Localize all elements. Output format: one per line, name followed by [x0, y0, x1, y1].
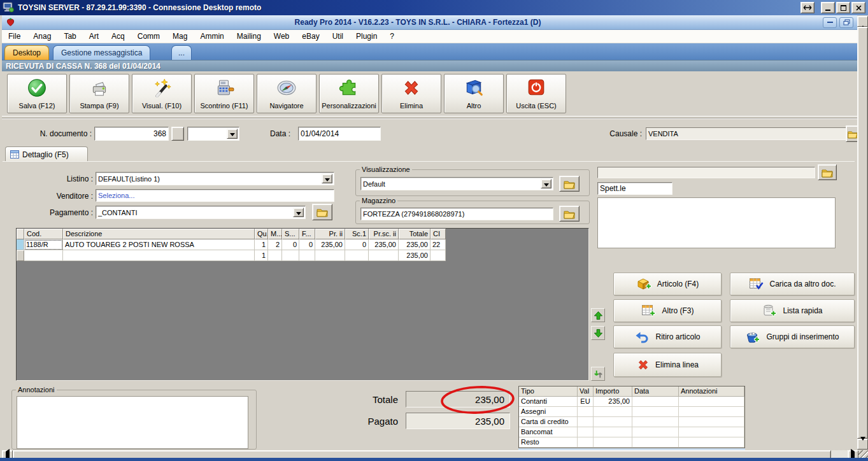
- menu-item-art[interactable]: Art: [83, 30, 105, 43]
- elimina-linea-button[interactable]: Elimina linea: [613, 353, 722, 377]
- col-m[interactable]: M...: [268, 229, 282, 239]
- articolo-button[interactable]: Articolo (F4): [613, 273, 722, 295]
- ritiro-articolo-button[interactable]: Ritiro articolo: [613, 325, 722, 348]
- col-ci[interactable]: CI: [430, 229, 446, 239]
- visualizzazione-folder-button[interactable]: [559, 176, 580, 192]
- tab-desktop[interactable]: Desktop: [4, 45, 49, 60]
- rdp-minimize-button[interactable]: [821, 2, 835, 13]
- listino-combobox[interactable]: DEFAULT(Listino 1): [96, 172, 334, 185]
- cliente-folder-button[interactable]: [818, 164, 837, 180]
- move-row-up-button[interactable]: [591, 308, 605, 322]
- cliente-ref-field[interactable]: [597, 167, 815, 178]
- cell-s[interactable]: 0: [282, 239, 299, 250]
- app-minimize-button[interactable]: [823, 17, 837, 28]
- menu-item-acq[interactable]: Acq: [105, 30, 131, 43]
- table-row[interactable]: 1188/R AUTO TOUAREG 2 POSTI NEW ROSSA 1 …: [17, 239, 588, 250]
- indirizzo-textarea[interactable]: [597, 197, 836, 248]
- cell-pr-sc-ii[interactable]: 235,00: [369, 239, 399, 250]
- data-input[interactable]: 01/04/2014: [298, 127, 381, 141]
- cell-totale[interactable]: 235,00: [399, 239, 430, 250]
- payment-row-carta-di-credito[interactable]: Carta di credito: [519, 417, 744, 427]
- menu-item-file[interactable]: File: [2, 30, 27, 43]
- col-totale[interactable]: Totale: [399, 229, 430, 239]
- menu-item-ebay[interactable]: eBay: [295, 30, 325, 43]
- cell-descrizione[interactable]: AUTO TOUAREG 2 POSTI NEW ROSSA: [63, 239, 255, 250]
- payment-row-bancomat[interactable]: Bancomat: [519, 427, 744, 437]
- navigatore-button[interactable]: Navigatore: [257, 74, 317, 113]
- cell-m[interactable]: 2: [268, 239, 282, 250]
- pagamento-combobox[interactable]: _CONTANTI: [96, 206, 306, 219]
- rdp-maximize-button[interactable]: [836, 2, 850, 13]
- chevron-down-icon[interactable]: [227, 129, 238, 139]
- chevron-down-icon[interactable]: [322, 174, 332, 183]
- n-documento-aux-button[interactable]: [171, 127, 184, 141]
- menu-item-tab[interactable]: Tab: [57, 30, 82, 43]
- rdp-pin-icon[interactable]: [800, 2, 815, 13]
- tab-dettaglio[interactable]: Dettaglio (F5): [5, 146, 88, 162]
- salva-button[interactable]: Salva (F12): [7, 74, 67, 113]
- refresh-rows-button[interactable]: [591, 367, 605, 381]
- cell-f[interactable]: 0: [299, 239, 315, 250]
- vscroll-down-button[interactable]: [857, 439, 868, 450]
- vscroll-up-button[interactable]: [857, 16, 868, 27]
- tab-gestione-messaggistica[interactable]: Gestione messaggistica: [53, 45, 150, 60]
- annotazioni-textarea[interactable]: [17, 396, 248, 449]
- altro-f3-button[interactable]: Altro (F3): [613, 299, 722, 322]
- move-row-down-button[interactable]: [591, 326, 605, 340]
- menu-item-util[interactable]: Util: [326, 30, 350, 43]
- menu-item-mailing[interactable]: Mailing: [231, 30, 267, 43]
- payments-table[interactable]: Tipo Val Importo Data Annotazioni Contan…: [518, 386, 745, 448]
- pagamento-folder-button[interactable]: [312, 204, 332, 220]
- uscita-button[interactable]: Uscita (ESC): [506, 74, 566, 113]
- menu-item-help[interactable]: ?: [383, 30, 401, 43]
- cell-sc1[interactable]: 0: [345, 239, 369, 250]
- col-cod[interactable]: Cod.: [24, 229, 63, 239]
- rdp-close-button[interactable]: [851, 2, 865, 13]
- gruppi-di-inserimento-button[interactable]: Gruppi di inserimento: [730, 325, 855, 348]
- row-selector[interactable]: [17, 239, 24, 250]
- payment-row-contanti[interactable]: Contanti EU 235,00: [519, 397, 744, 407]
- altro-button[interactable]: Altro: [444, 74, 504, 113]
- col-f[interactable]: F...: [299, 229, 315, 239]
- listino-label: Listino :: [25, 174, 93, 183]
- magazzino-folder-button[interactable]: [559, 206, 580, 222]
- col-descrizione[interactable]: Descrizione: [63, 229, 255, 239]
- col-s[interactable]: S...: [282, 229, 299, 239]
- magazzino-input[interactable]: FORTEZZA (279491868028971): [360, 208, 553, 220]
- n-documento-input[interactable]: 368: [94, 127, 169, 141]
- menu-item-anag[interactable]: Anag: [27, 30, 57, 43]
- col-sc1[interactable]: Sc.1: [345, 229, 369, 239]
- chevron-down-icon[interactable]: [541, 179, 551, 188]
- menu-item-comm[interactable]: Comm: [131, 30, 166, 43]
- serie-combobox[interactable]: [187, 127, 239, 141]
- items-grid[interactable]: Cod. Descrizione Qu. M... S... F... Pr. …: [16, 228, 589, 381]
- cell-ci[interactable]: 22: [430, 239, 446, 250]
- lista-rapida-button[interactable]: Lista rapida: [730, 299, 855, 322]
- venditore-input[interactable]: Seleziona...: [96, 189, 334, 202]
- elimina-button[interactable]: Elimina: [381, 74, 441, 113]
- cell-qu[interactable]: 1: [255, 239, 268, 250]
- col-pr-sc-ii[interactable]: Pr.sc. ii: [369, 229, 399, 239]
- destinatario-input[interactable]: Spett.le: [597, 182, 672, 195]
- chevron-down-icon[interactable]: [293, 208, 304, 217]
- visualizzazione-combobox[interactable]: Default: [360, 177, 553, 190]
- scontrino-button[interactable]: Scontrino (F11): [194, 74, 254, 113]
- tab-more[interactable]: ...: [171, 45, 192, 60]
- menu-item-plugin[interactable]: Plugin: [350, 30, 383, 43]
- stampa-button[interactable]: Stampa (F9): [69, 74, 129, 113]
- col-qu[interactable]: Qu.: [255, 229, 268, 239]
- cell-cod[interactable]: 1188/R: [24, 239, 63, 250]
- cell-pr-ii[interactable]: 235,00: [315, 239, 345, 250]
- app-restore-button[interactable]: [839, 17, 853, 28]
- personalizzazioni-button[interactable]: Personalizzazioni: [319, 74, 379, 113]
- col-pr-ii[interactable]: Pr. ii: [315, 229, 345, 239]
- menu-item-mag[interactable]: Mag: [166, 30, 194, 43]
- carica-da-altro-doc-button[interactable]: Carica da altro doc.: [730, 273, 855, 295]
- vscroll-thumb[interactable]: [857, 27, 868, 439]
- payment-row-assegni[interactable]: Assegni: [519, 407, 744, 417]
- visual-button[interactable]: Visual. (F10): [132, 74, 192, 113]
- payment-row-resto[interactable]: Resto: [519, 437, 744, 448]
- menu-item-web[interactable]: Web: [267, 30, 295, 43]
- menu-item-ammin[interactable]: Ammin: [194, 30, 230, 43]
- col-importo: Importo: [594, 387, 632, 397]
